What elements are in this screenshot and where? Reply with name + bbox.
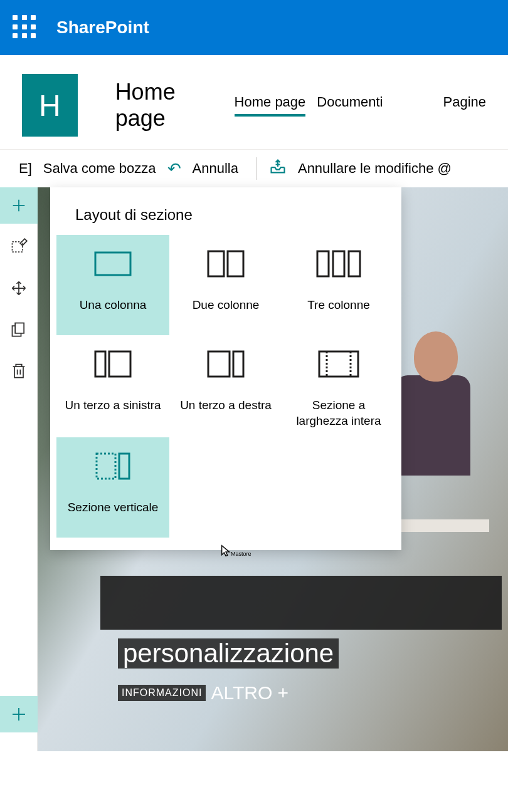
layout-label: Due colonne — [193, 298, 260, 313]
site-logo[interactable]: H — [22, 74, 78, 137]
discard-icon — [269, 158, 287, 180]
two-columns-icon — [207, 249, 245, 279]
flyout-title: Layout di sezione — [75, 206, 395, 224]
layout-label: Tre colonne — [307, 298, 370, 313]
layout-label: Una colonna — [80, 298, 147, 313]
page-title: Home page — [115, 79, 219, 132]
hero-subtitle: personalizzazione — [118, 638, 339, 669]
app-launcher-icon[interactable] — [13, 15, 38, 40]
svg-rect-4 — [95, 252, 130, 275]
layout-three-columns[interactable]: Tre colonne — [282, 235, 395, 335]
svg-rect-7 — [317, 251, 329, 276]
svg-rect-9 — [349, 251, 360, 276]
svg-rect-8 — [333, 251, 344, 276]
move-section-button[interactable] — [0, 270, 38, 306]
layout-two-columns[interactable]: Due colonne — [169, 235, 282, 335]
discard-changes-label: Annullare le modifiche @ — [298, 160, 452, 177]
cursor-icon: Mastore — [220, 544, 233, 562]
divider — [256, 157, 257, 180]
vertical-section-icon — [94, 451, 132, 481]
three-columns-icon — [316, 249, 361, 279]
undo-label: Annulla — [193, 160, 238, 177]
tab-home[interactable]: Home page — [235, 94, 306, 117]
section-layout-flyout: Layout di sezione Una colonna Due colonn… — [50, 187, 401, 550]
one-third-right-icon — [207, 349, 245, 379]
add-section-button[interactable] — [0, 187, 38, 224]
svg-rect-6 — [228, 251, 243, 276]
save-draft-label: Salva come bozza — [43, 160, 156, 177]
layout-one-column[interactable]: Una colonna — [56, 235, 169, 335]
undo-button[interactable]: Annulla — [188, 158, 243, 179]
leading-text: E] — [19, 160, 32, 177]
hero-title-box — [100, 576, 502, 630]
svg-rect-10 — [95, 351, 105, 377]
tab-pages[interactable]: Pagine — [443, 94, 486, 114]
add-section-bottom-button[interactable] — [0, 696, 38, 732]
svg-rect-18 — [119, 454, 129, 479]
hero-badge: INFORMAZIONI — [118, 685, 206, 701]
svg-rect-11 — [109, 351, 130, 377]
layout-one-third-left[interactable]: Un terzo a sinistra — [56, 335, 169, 437]
layout-full-width[interactable]: Sezione a larghezza intera — [282, 335, 395, 437]
layout-vertical-section[interactable]: Sezione verticale — [56, 437, 169, 538]
tab-documents[interactable]: Documenti — [317, 94, 383, 114]
svg-rect-14 — [319, 351, 358, 377]
hero-more-label: ALTRO + — [211, 682, 288, 704]
svg-rect-3 — [15, 323, 24, 333]
site-nav: Home page Documenti Pagine — [235, 94, 486, 117]
undo-icon: ↶ — [167, 159, 181, 179]
svg-rect-12 — [208, 351, 230, 377]
suite-bar: SharePoint — [0, 0, 508, 55]
one-third-left-icon — [94, 349, 132, 379]
discard-changes-button[interactable]: Annullare le modifiche @ — [293, 158, 457, 179]
layout-label: Un terzo a destra — [180, 398, 272, 414]
delete-section-button[interactable] — [0, 353, 38, 389]
edit-section-button[interactable] — [0, 229, 38, 265]
full-width-icon — [318, 349, 359, 379]
command-bar: E] Salva come bozza ↶ Annulla Annullare … — [0, 150, 508, 187]
editor-rail — [0, 187, 38, 751]
layout-one-third-right[interactable]: Un terzo a destra — [169, 335, 282, 437]
save-draft-button[interactable]: Salva come bozza — [38, 158, 161, 179]
layout-label: Un terzo a sinistra — [65, 398, 161, 414]
cursor-tooltip: Mastore — [231, 551, 251, 557]
layout-label: Sezione verticale — [68, 500, 159, 516]
one-column-icon — [93, 249, 133, 279]
duplicate-section-button[interactable] — [0, 311, 38, 348]
svg-rect-5 — [208, 251, 224, 276]
svg-rect-13 — [233, 351, 243, 377]
site-header: H Home page Home page Documenti Pagine — [0, 55, 508, 150]
svg-rect-17 — [97, 454, 115, 479]
content-area: personalizzazione INFORMAZIONI ALTRO + L… — [0, 187, 508, 751]
suite-title: SharePoint — [56, 18, 149, 38]
layout-label: Sezione a larghezza intera — [287, 398, 390, 429]
hero-cta[interactable]: INFORMAZIONI ALTRO + — [118, 682, 288, 704]
